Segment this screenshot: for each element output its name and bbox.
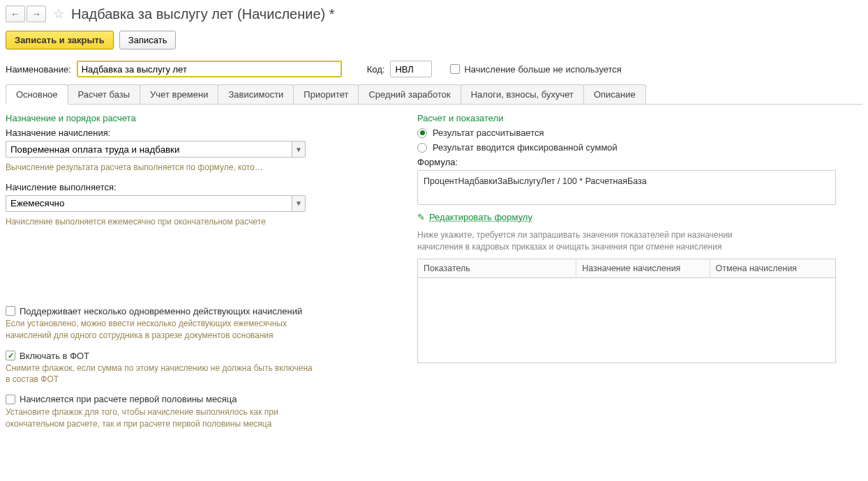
pencil-icon: ✎ <box>417 212 425 222</box>
purpose-hint: Вычисление результата расчета выполняетс… <box>6 162 313 174</box>
half-month-hint: Установите флажок для того, чтобы начисл… <box>6 406 313 430</box>
half-month-label: Начисляется при расчете первой половины … <box>20 394 237 404</box>
section-calc-title: Расчет и показатели <box>417 113 862 123</box>
multi-label: Поддерживает несколько одновременно дейс… <box>20 306 302 316</box>
disused-label: Начисление больше не используется <box>464 64 621 75</box>
purpose-dropdown-button[interactable]: ▼ <box>292 141 306 158</box>
save-and-close-button[interactable]: Записать и закрыть <box>6 31 114 49</box>
tab-main[interactable]: Основное <box>6 84 68 105</box>
exec-dropdown-button[interactable]: ▼ <box>292 195 306 212</box>
exec-label: Начисление выполняется: <box>6 182 396 192</box>
th-indicator[interactable]: Показатель <box>418 259 576 277</box>
formula-label: Формула: <box>417 157 862 167</box>
fot-hint: Снимите флажок, если сумма по этому начи… <box>6 362 313 386</box>
indicators-table: Показатель Назначение начисления Отмена … <box>417 259 836 363</box>
code-label: Код: <box>367 64 385 75</box>
th-cancel[interactable]: Отмена начисления <box>710 259 835 277</box>
params-hint: Ниже укажите, требуется ли запрашивать з… <box>417 229 780 253</box>
nav-back-button[interactable]: ← <box>6 6 25 22</box>
name-label: Наименование: <box>6 64 71 75</box>
table-body[interactable] <box>418 278 835 360</box>
chevron-down-icon: ▼ <box>295 146 302 153</box>
result-fixed-label: Результат вводится фиксированной суммой <box>433 142 618 153</box>
exec-select[interactable] <box>6 195 292 212</box>
purpose-label: Назначение начисления: <box>6 128 396 138</box>
fot-label: Включать в ФОТ <box>20 351 89 361</box>
name-input[interactable] <box>77 61 342 77</box>
chevron-down-icon: ▼ <box>295 199 302 207</box>
tab-time[interactable]: Учет времени <box>140 84 218 104</box>
exec-hint: Начисление выполняется ежемесячно при ок… <box>6 216 313 228</box>
tab-description[interactable]: Описание <box>583 84 646 104</box>
tab-base[interactable]: Расчет базы <box>68 84 141 104</box>
formula-box[interactable]: ПроцентНадбавкиЗаВыслугуЛет / 100 * Расч… <box>417 170 836 205</box>
edit-formula-link[interactable]: Редактировать формулу <box>429 212 532 222</box>
code-input[interactable] <box>390 61 432 77</box>
result-calculated-radio[interactable] <box>417 128 427 138</box>
result-calculated-label: Результат рассчитывается <box>433 128 544 138</box>
section-purpose-title: Назначение и порядок расчета <box>6 113 396 123</box>
th-assign[interactable]: Назначение начисления <box>576 259 710 277</box>
favorite-star-icon[interactable]: ☆ <box>52 7 66 21</box>
purpose-select[interactable] <box>6 141 292 158</box>
tab-average[interactable]: Средний заработок <box>358 84 461 104</box>
tab-priority[interactable]: Приоритет <box>293 84 359 104</box>
result-fixed-radio[interactable] <box>417 143 427 153</box>
save-button[interactable]: Записать <box>119 31 177 49</box>
tab-taxes[interactable]: Налоги, взносы, бухучет <box>461 84 584 104</box>
half-month-checkbox[interactable] <box>6 395 15 404</box>
disused-checkbox[interactable] <box>450 64 460 74</box>
multi-checkbox[interactable] <box>6 306 15 316</box>
page-title: Надбавка за выслугу лет (Начисление) * <box>71 6 335 22</box>
multi-hint: Если установлено, можно ввести несколько… <box>6 318 313 342</box>
tab-deps[interactable]: Зависимости <box>218 84 294 104</box>
fot-checkbox[interactable] <box>6 351 15 360</box>
tabs: Основное Расчет базы Учет времени Зависи… <box>6 84 862 105</box>
nav-forward-button[interactable]: → <box>27 6 46 22</box>
